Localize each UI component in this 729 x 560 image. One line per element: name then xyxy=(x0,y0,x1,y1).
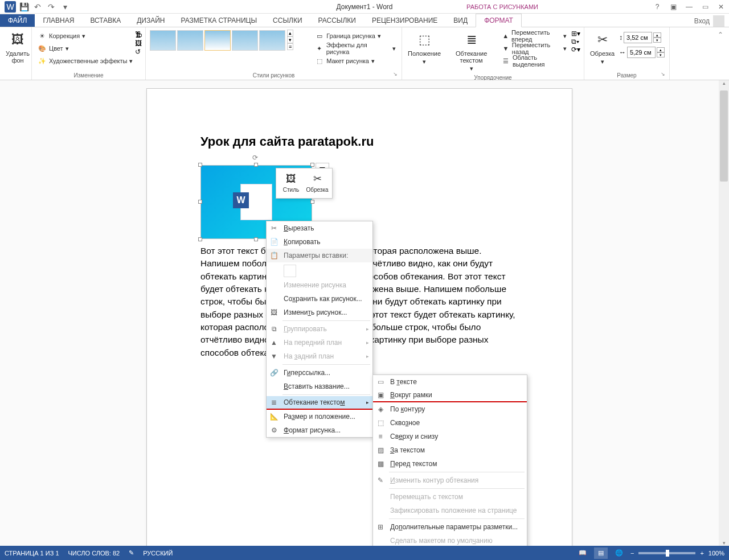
width-up[interactable]: ▴ xyxy=(657,47,665,52)
compress-pic-icon[interactable]: 🗜 xyxy=(135,31,142,39)
color-button[interactable]: 🎨Цвет ▾ xyxy=(35,42,71,55)
ctx-hyperlink[interactable]: 🔗Гиперссылка... xyxy=(267,366,372,380)
tab-review[interactable]: РЕЦЕНЗИРОВАНИЕ xyxy=(364,14,445,27)
wrap-more-layout[interactable]: ⊞Дополнительные параметры разметки... xyxy=(373,520,527,534)
tab-file[interactable]: ФАЙЛ xyxy=(0,14,35,27)
style-scroll-up[interactable]: ▴ xyxy=(287,30,293,36)
styles-launcher[interactable]: ↘ xyxy=(393,71,400,78)
selection-pane-button[interactable]: ☰Область выделения xyxy=(499,55,569,67)
status-lang[interactable]: РУССКИЙ xyxy=(143,550,173,557)
pic-effects-button[interactable]: ✦Эффекты для рисунка ▾ xyxy=(313,42,398,55)
rotate-button[interactable]: ⟳▾ xyxy=(571,46,580,53)
minimize-button[interactable]: — xyxy=(681,0,697,14)
word-icon[interactable]: W xyxy=(5,1,16,13)
pic-border-button[interactable]: ▭Граница рисунка ▾ xyxy=(313,30,398,42)
wrap-button[interactable]: ≣Обтекание текстом▾ xyxy=(445,30,497,73)
reset-pic-icon[interactable]: ↺ xyxy=(135,48,142,56)
resize-handle-l[interactable] xyxy=(198,200,202,204)
wrap-through[interactable]: ⬚Сквозное xyxy=(373,416,527,430)
resize-handle-b[interactable] xyxy=(254,237,258,241)
resize-handle-tl[interactable] xyxy=(198,163,202,167)
width-input[interactable] xyxy=(627,47,656,58)
tab-design[interactable]: ДИЗАЙН xyxy=(129,14,173,27)
height-input[interactable] xyxy=(624,32,652,43)
tab-references[interactable]: ССЫЛКИ xyxy=(265,14,310,27)
redo-button[interactable]: ↷ xyxy=(46,1,57,13)
ctx-insert-caption[interactable]: Вставить название... xyxy=(267,380,372,393)
ctx-format-pic[interactable]: ⚙Формат рисунка... xyxy=(267,423,372,437)
resize-handle-t[interactable] xyxy=(254,163,258,167)
height-down[interactable]: ▾ xyxy=(653,38,661,43)
vertical-scrollbar[interactable]: ▴ ▾ xyxy=(719,80,729,546)
zoom-slider[interactable] xyxy=(638,552,695,554)
zoom-in[interactable]: + xyxy=(700,550,703,557)
resize-handle-bl[interactable] xyxy=(198,237,202,241)
close-button[interactable]: ✕ xyxy=(713,0,729,14)
paste-option-1[interactable] xyxy=(284,265,296,277)
remove-bg-button[interactable]: 🖼 Удалить фон xyxy=(3,30,32,65)
scrollbar-thumb[interactable] xyxy=(720,90,728,182)
save-button[interactable]: 💾 xyxy=(18,1,30,13)
ctx-save-as-pic[interactable]: Сохранить как рисунок... xyxy=(267,292,372,306)
login-link[interactable]: Вход xyxy=(694,17,710,25)
qat-more[interactable]: ▾ xyxy=(59,1,71,13)
tab-layout[interactable]: РАЗМЕТКА СТРАНИЦЫ xyxy=(173,14,265,27)
wrap-square[interactable]: ▣Вокруг рамки xyxy=(373,389,527,402)
pic-style-3[interactable] xyxy=(204,30,231,51)
send-backward-button[interactable]: ▼Переместить назад ▾ xyxy=(499,42,569,55)
wrap-inline[interactable]: ▭В тексте xyxy=(373,375,527,389)
size-launcher[interactable]: ↘ xyxy=(661,71,667,78)
tab-home[interactable]: ГЛАВНАЯ xyxy=(35,14,82,27)
ctx-size-pos[interactable]: 📐Размер и положение... xyxy=(267,410,372,423)
resize-handle-r[interactable] xyxy=(310,200,314,204)
status-words[interactable]: ЧИСЛО СЛОВ: 82 xyxy=(68,550,120,557)
restore-button[interactable]: ▭ xyxy=(697,0,713,14)
group-objects-button[interactable]: ⧉▾ xyxy=(571,38,580,46)
ctx-wrap-text[interactable]: ≣Обтекание текстом▸ xyxy=(267,396,372,410)
crop-button[interactable]: ✂Обрезка▾ xyxy=(588,30,617,67)
status-proof-icon[interactable]: ✎ xyxy=(129,549,134,557)
collapse-ribbon-icon[interactable]: ⌃ xyxy=(718,31,723,39)
wrap-behind[interactable]: ▨За текстом xyxy=(373,443,527,457)
tab-insert[interactable]: ВСТАВКА xyxy=(82,14,129,27)
pic-style-1[interactable] xyxy=(150,30,176,51)
zoom-out[interactable]: − xyxy=(630,550,634,557)
status-page[interactable]: СТРАНИЦА 1 ИЗ 1 xyxy=(5,550,59,557)
ribbon-display-button[interactable]: ▣ xyxy=(665,0,681,14)
tab-view[interactable]: ВИД xyxy=(445,14,476,27)
width-down[interactable]: ▾ xyxy=(657,52,665,57)
artistic-button[interactable]: ✨Художественные эффекты ▾ xyxy=(35,55,135,67)
zoom-value[interactable]: 100% xyxy=(708,550,724,557)
pic-style-4[interactable] xyxy=(232,30,258,51)
view-web-icon[interactable]: 🌐 xyxy=(612,547,626,559)
mini-style-button[interactable]: 🖼Стиль xyxy=(279,171,304,196)
view-print-icon[interactable]: ▤ xyxy=(594,547,608,559)
view-read-icon[interactable]: 📖 xyxy=(576,547,589,559)
height-up[interactable]: ▴ xyxy=(653,32,661,38)
wrap-topbottom[interactable]: ≡Сверху и снизу xyxy=(373,430,527,443)
style-scroll-down[interactable]: ▾ xyxy=(287,36,293,43)
avatar-icon[interactable] xyxy=(713,15,724,27)
pic-style-5[interactable] xyxy=(259,30,285,51)
ctx-cut[interactable]: ✂Вырезать xyxy=(267,221,372,235)
change-pic-icon[interactable]: 🖼 xyxy=(135,39,142,47)
bring-forward-button[interactable]: ▲Переместить вперед ▾ xyxy=(499,30,569,42)
pic-style-2[interactable] xyxy=(177,30,203,51)
help-button[interactable]: ? xyxy=(649,0,665,14)
wrap-tight[interactable]: ◈По контуру xyxy=(373,402,527,416)
rotate-handle[interactable]: ⟳ xyxy=(252,154,260,162)
tab-format[interactable]: ФОРМАТ xyxy=(476,14,522,27)
corrections-button[interactable]: ☀Коррекция ▾ xyxy=(35,30,88,42)
ctx-copy[interactable]: 📄Копировать xyxy=(267,235,372,249)
resize-handle-tr[interactable] xyxy=(310,163,314,167)
tab-mailings[interactable]: РАССЫЛКИ xyxy=(310,14,364,27)
wrap-infront[interactable]: ▩Перед текстом xyxy=(373,457,527,471)
doc-heading: Урок для сайта paratapok.ru xyxy=(200,134,518,149)
undo-button[interactable]: ↶ xyxy=(32,1,43,13)
mini-crop-button[interactable]: ✂Обрезка xyxy=(305,171,330,196)
pic-layout-button[interactable]: ⬚Макет рисунка ▾ xyxy=(313,55,398,67)
position-button[interactable]: ⬚Положение▾ xyxy=(406,30,443,67)
align-button[interactable]: ⊞▾ xyxy=(571,30,580,38)
style-more[interactable]: ≡ xyxy=(287,43,293,50)
ctx-change-pic[interactable]: 🖼Изменить рисунок... xyxy=(267,306,372,319)
